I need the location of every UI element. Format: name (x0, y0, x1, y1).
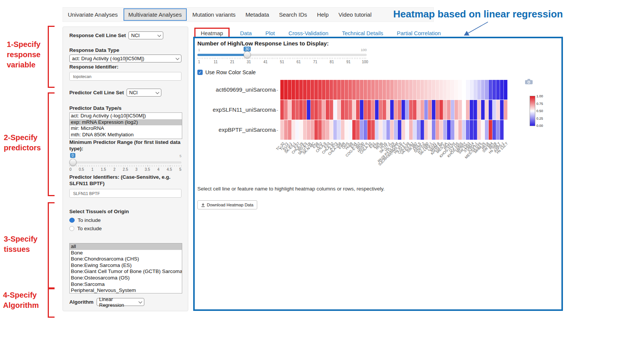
heatmap-cell (367, 80, 371, 100)
tissue-option-bone-ewing-sarcoma-es[interactable]: Bone:Ewing Sarcoma (ES) (70, 262, 182, 269)
nav-item-video-tutorial[interactable]: Video tutorial (333, 11, 376, 18)
tissue-option-peripheral-nervous-system[interactable]: Peripheral_Nervous_System (70, 287, 182, 293)
heatmap-cell (424, 120, 428, 140)
heatmap-colorbar (530, 96, 535, 126)
heatmap-cell (447, 80, 451, 100)
download-heatmap-data-button[interactable]: Download Heatmap Data (197, 200, 257, 209)
heatmap-row (280, 100, 508, 120)
heatmap-cell (314, 100, 318, 120)
response-data-type-label: Response Data Type (69, 47, 181, 53)
step-annotation-2: 2-Specifypredictors (4, 133, 41, 153)
heatmap-cell (458, 100, 462, 120)
heatmap-cell (345, 100, 349, 120)
heatmap-cell (466, 120, 470, 140)
heatmap-cell (436, 80, 439, 100)
slider-ticks (69, 165, 181, 167)
tissue-option-bone[interactable]: Bone (70, 250, 182, 256)
tissue-option-bone-sarcoma[interactable]: Bone:Sarcoma (70, 281, 182, 288)
response-data-type-select[interactable]: act: Drug Activity (-log10[IC50M]) (69, 55, 181, 62)
step-annotation-line: 3-Specify (4, 234, 38, 244)
nav-item-multivariate-analyses[interactable]: Multivariate Analyses (123, 8, 187, 21)
heatmap-cell (360, 120, 364, 140)
tissue-label: Select Tissue/s of Origin (69, 208, 181, 215)
heatmap-cell (299, 100, 303, 120)
heatmap-cell (462, 80, 466, 100)
heatmap-cell (417, 100, 420, 120)
heatmap-cell (303, 120, 307, 140)
heatmap-cell (500, 100, 504, 120)
predictor-data-type-option-act-drug-activity-log10-ic50m[interactable]: act: Drug Activity (-log10[IC50M]) (70, 113, 182, 119)
nav-item-metadata[interactable]: Metadata (241, 11, 274, 18)
heatmap-cell (303, 80, 307, 100)
heatmap-cell (352, 100, 356, 120)
slider-track[interactable] (69, 161, 181, 164)
heatmap-row-label-act609699-unisarcoma[interactable]: act609699_uniSarcoma (198, 86, 278, 93)
nav-item-univariate-analyses[interactable]: Univariate Analyses (63, 11, 123, 18)
step-annotation-line: Algorithm (3, 300, 39, 311)
response-identifier-input[interactable]: topotecan (69, 72, 181, 81)
min-predictor-range-slider[interactable]: 0 5 00.511.522.533.544.55 (69, 153, 181, 174)
tissue-radio-to-exclude[interactable]: To exclude (69, 225, 181, 232)
camera-icon[interactable] (525, 79, 533, 84)
tick-label-0: 0 (69, 167, 72, 172)
heatmap-cell (424, 80, 428, 100)
nav-item-help[interactable]: Help (312, 11, 334, 18)
heatmap-cell (383, 80, 386, 100)
tissue-option-bone-giant-cell-tumor-of-bone-gctb-sarcoma[interactable]: Bone:Giant Cell Tumor of Bone (GCTB) Sar… (70, 268, 182, 275)
radio-label: To exclude (77, 226, 102, 231)
heatmap-cell (496, 100, 500, 120)
step-annotation-line: variable (7, 60, 41, 70)
colorbar-tick-1.00: 1.00 (536, 94, 543, 98)
response-cell-line-set-select[interactable]: NCI (128, 31, 163, 39)
tick-label-1: 1 (198, 60, 200, 64)
heatmap-cell (474, 100, 477, 120)
heatmap-cell (409, 100, 413, 120)
row-color-scale-checkbox[interactable]: ✓ (197, 70, 203, 75)
heatmap-cell (326, 100, 330, 120)
heatmap-cell (489, 100, 492, 120)
heatmap-cell (390, 100, 394, 120)
tick-label-100: 100 (362, 60, 368, 64)
step-annotation-4: 4-SpecifyAlgorithm (3, 290, 39, 311)
colorbar-tick-0.25: 0.25 (536, 117, 543, 120)
min-range-value-badge: 0 (70, 153, 75, 158)
heatmap-cell (394, 80, 398, 100)
tick-label-0.5: 0.5 (79, 167, 84, 172)
chevron-down-icon (158, 33, 161, 37)
tissue-radio-to-include[interactable]: To include (69, 217, 181, 223)
algorithm-label: Algorithm (69, 299, 94, 305)
tissue-listbox[interactable]: allBoneBone:Chondrosarcoma (CHS)Bone:Ewi… (69, 243, 182, 293)
step-annotation-line: predictors (4, 143, 41, 153)
heatmap-cell (447, 120, 451, 140)
predictor-data-types-listbox[interactable]: act: Drug Activity (-log10[IC50M])exp: m… (69, 112, 182, 139)
predictor-identifiers-input[interactable]: SLFN11 BPTF (69, 189, 181, 198)
step2-bracket (48, 92, 55, 196)
heatmap-cell (337, 80, 341, 100)
tissue-option-bone-osteosarcoma-os[interactable]: Bone:Osteosarcoma (OS) (70, 275, 182, 281)
predictor-data-type-option-mth-dna-850k-methylation[interactable]: mth: DNA 850K Methylation (70, 132, 182, 138)
nav-item-mutation-variants[interactable]: Mutation variants (188, 11, 241, 18)
chevron-down-icon (138, 300, 142, 303)
lines-slider-max: 100 (361, 48, 367, 52)
predictor-data-type-option-mir-microrna[interactable]: mir: MicroRNA (70, 125, 182, 132)
heatmap-cell (436, 100, 439, 120)
heatmap-cell (330, 120, 333, 140)
nav-item-search-ids[interactable]: Search IDs (274, 11, 312, 18)
heatmap-row-label-expbptf-unisarcoma[interactable]: expBPTF_uniSarcoma (198, 126, 278, 133)
lines-slider[interactable]: 1 100 30 1112131415161718191100 (197, 47, 367, 66)
heatmap-cell (466, 80, 470, 100)
heatmap-cell (330, 80, 333, 100)
predictor-data-type-option-exp-mrna-expression-log2[interactable]: exp: mRNA Expression (log2) (70, 119, 182, 126)
heatmap-row-label-expslfn11-unisarcoma[interactable]: expSLFN11_uniSarcoma (198, 106, 278, 113)
heatmap-cell (326, 120, 330, 140)
heatmap-cell (489, 120, 492, 140)
heatmap-cell (379, 100, 383, 120)
algorithm-select[interactable]: Linear Regression (97, 298, 144, 306)
heatmap-cell (349, 120, 352, 140)
app-screen: Univariate AnalysesMultivariate Analyses… (0, 0, 644, 362)
tissue-option-bone-chondrosarcoma-chs[interactable]: Bone:Chondrosarcoma (CHS) (70, 256, 182, 262)
heatmap-cell (311, 120, 314, 140)
heatmap-cell (318, 100, 322, 120)
tissue-option-all[interactable]: all (70, 243, 182, 250)
predictor-cell-line-set-select[interactable]: NCI (127, 89, 161, 97)
